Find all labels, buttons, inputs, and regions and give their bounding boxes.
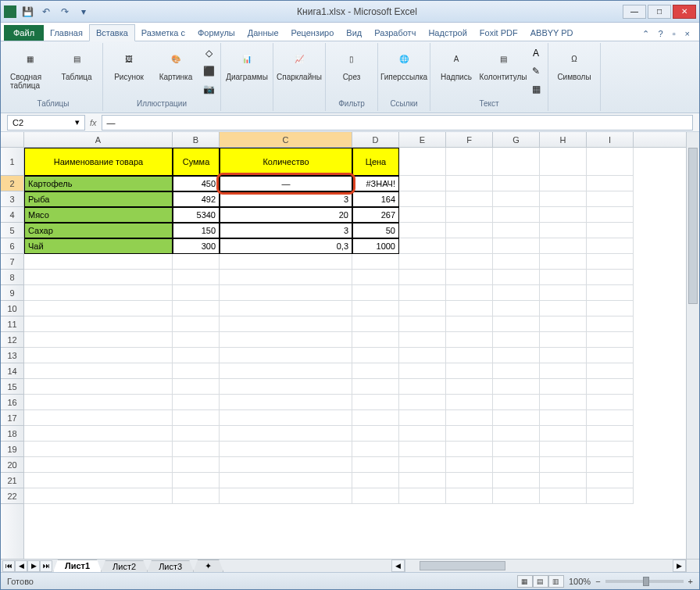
smartart-button[interactable]: ⬛ [200, 63, 217, 80]
cell-D6[interactable]: 1000 [352, 238, 399, 254]
cell-C15[interactable] [220, 379, 352, 395]
cell-C16[interactable] [220, 395, 352, 410]
cell-F13[interactable] [446, 348, 493, 363]
cell-F6[interactable] [446, 238, 493, 254]
cell-C1[interactable]: Количество [220, 148, 352, 176]
cell-B14[interactable] [173, 363, 220, 379]
tab-addins[interactable]: Надстрой [422, 25, 473, 41]
cell-B20[interactable] [173, 457, 220, 473]
page-break-view-button[interactable]: ▥ [548, 575, 564, 588]
cell-G20[interactable] [493, 457, 540, 473]
formula-input[interactable]: — [102, 115, 693, 131]
row-header-11[interactable]: 11 [1, 316, 23, 332]
cell-E20[interactable] [399, 457, 446, 473]
cell-D8[interactable] [352, 270, 399, 285]
screenshot-button[interactable]: 📷 [200, 80, 217, 98]
row-header-15[interactable]: 15 [1, 379, 23, 395]
col-header-I[interactable]: I [587, 132, 634, 147]
cell-I12[interactable] [587, 332, 634, 348]
cell-H19[interactable] [540, 442, 587, 457]
cell-E12[interactable] [399, 332, 446, 348]
cell-D9[interactable] [352, 285, 399, 301]
cell-G8[interactable] [493, 270, 540, 285]
cell-A9[interactable] [24, 285, 173, 301]
cell-G7[interactable] [493, 254, 540, 270]
cell-H14[interactable] [540, 363, 587, 379]
cell-I11[interactable] [587, 316, 634, 332]
cell-I15[interactable] [587, 379, 634, 395]
cell-I3[interactable] [587, 191, 634, 207]
cell-A22[interactable] [24, 488, 173, 504]
tab-foxit[interactable]: Foxit PDF [473, 25, 524, 41]
cell-D15[interactable] [352, 379, 399, 395]
cell-C12[interactable] [220, 332, 352, 348]
cell-A15[interactable] [24, 379, 173, 395]
cell-A1[interactable]: Наименование товара [24, 148, 173, 176]
cell-F14[interactable] [446, 363, 493, 379]
cell-A3[interactable]: Рыба [24, 191, 173, 207]
cell-C22[interactable] [220, 488, 352, 504]
row-header-4[interactable]: 4 [1, 207, 23, 223]
cell-D7[interactable] [352, 254, 399, 270]
cell-G19[interactable] [493, 442, 540, 457]
cell-A6[interactable]: Чай [24, 238, 173, 254]
cell-H1[interactable] [540, 148, 587, 176]
row-header-12[interactable]: 12 [1, 332, 23, 348]
cell-B21[interactable] [173, 473, 220, 488]
cell-A16[interactable] [24, 395, 173, 410]
cell-B8[interactable] [173, 270, 220, 285]
hyperlink-button[interactable]: 🌐Гиперссылка [381, 45, 427, 83]
cell-B2[interactable]: 450 [173, 176, 220, 191]
row-header-22[interactable]: 22 [1, 488, 23, 504]
pivot-table-button[interactable]: ▦Сводная таблица [7, 45, 52, 91]
cell-F22[interactable] [446, 488, 493, 504]
hscroll-left[interactable]: ◀ [391, 560, 405, 572]
tab-abbyy[interactable]: ABBYY PD [524, 25, 580, 41]
cell-D1[interactable]: Цена [352, 148, 399, 176]
cell-D4[interactable]: 267 [352, 207, 399, 223]
cell-H10[interactable] [540, 301, 587, 316]
cell-H21[interactable] [540, 473, 587, 488]
cell-B10[interactable] [173, 301, 220, 316]
cell-C14[interactable] [220, 363, 352, 379]
cell-B13[interactable] [173, 348, 220, 363]
name-box[interactable]: C2▾ [7, 115, 85, 131]
col-header-A[interactable]: A [24, 132, 173, 147]
cell-H5[interactable] [540, 223, 587, 238]
tab-developer[interactable]: Разработч [368, 25, 422, 41]
row-header-14[interactable]: 14 [1, 363, 23, 379]
cell-C5[interactable]: 3 [220, 223, 352, 238]
col-header-G[interactable]: G [493, 132, 540, 147]
new-sheet-button[interactable]: ✦ [193, 560, 223, 572]
cell-I18[interactable] [587, 426, 634, 442]
cell-D22[interactable] [352, 488, 399, 504]
cell-G12[interactable] [493, 332, 540, 348]
cell-H22[interactable] [540, 488, 587, 504]
cell-G6[interactable] [493, 238, 540, 254]
picture-button[interactable]: 🖼Рисунок [106, 45, 152, 83]
row-header-16[interactable]: 16 [1, 395, 23, 410]
cell-D17[interactable] [352, 410, 399, 426]
cell-F10[interactable] [446, 301, 493, 316]
cell-I13[interactable] [587, 348, 634, 363]
cell-G11[interactable] [493, 316, 540, 332]
col-header-H[interactable]: H [540, 132, 587, 147]
row-header-19[interactable]: 19 [1, 442, 23, 457]
cell-D18[interactable] [352, 426, 399, 442]
cell-I5[interactable] [587, 223, 634, 238]
cell-H9[interactable] [540, 285, 587, 301]
cell-D16[interactable] [352, 395, 399, 410]
row-header-9[interactable]: 9 [1, 285, 23, 301]
cell-I20[interactable] [587, 457, 634, 473]
zoom-slider[interactable] [605, 580, 684, 583]
cell-C21[interactable] [220, 473, 352, 488]
cell-G17[interactable] [493, 410, 540, 426]
cell-F2[interactable] [446, 176, 493, 191]
clipart-button[interactable]: 🎨Картинка [153, 45, 198, 83]
cell-C13[interactable] [220, 348, 352, 363]
row-header-7[interactable]: 7 [1, 254, 23, 270]
cell-B17[interactable] [173, 410, 220, 426]
cell-E6[interactable] [399, 238, 446, 254]
cell-G13[interactable] [493, 348, 540, 363]
row-header-20[interactable]: 20 [1, 457, 23, 473]
